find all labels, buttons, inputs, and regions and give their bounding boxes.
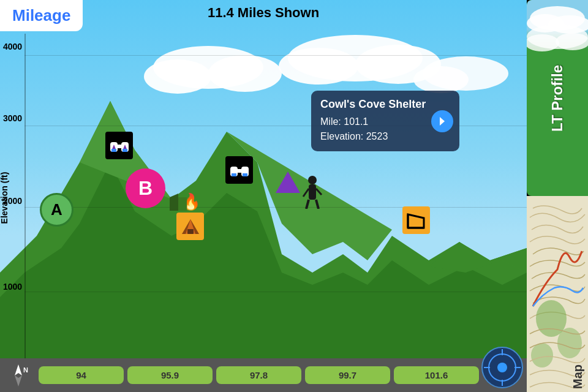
shelter-icon-small bbox=[168, 192, 188, 214]
mile-marker-3[interactable]: 99.7 bbox=[305, 366, 390, 384]
svg-marker-48 bbox=[15, 375, 22, 386]
svg-rect-27 bbox=[187, 229, 194, 234]
topo-map-svg bbox=[527, 196, 588, 392]
grid-line-2000 bbox=[24, 207, 527, 208]
mile-marker-0[interactable]: 94 bbox=[39, 366, 124, 384]
mile-marker-1[interactable]: 95.9 bbox=[127, 366, 213, 384]
shelter-tooltip: Cowl's Cove Shelter Mile: 101.1 Elevatio… bbox=[311, 91, 459, 151]
tooltip-title: Cowl's Cove Shelter bbox=[320, 98, 426, 111]
marker-b[interactable]: B bbox=[126, 168, 165, 208]
svg-rect-34 bbox=[309, 184, 316, 200]
map-label: Map bbox=[571, 364, 585, 389]
svg-rect-22 bbox=[237, 169, 242, 173]
chevron-right-icon bbox=[437, 116, 448, 127]
binoculars-svg bbox=[110, 137, 129, 154]
y-label-4000: 4000 bbox=[3, 42, 22, 51]
svg-rect-24 bbox=[243, 173, 247, 176]
svg-point-59 bbox=[531, 343, 553, 368]
marker-a-circle: A bbox=[40, 193, 74, 227]
elevation-chart: Mileage 11.4 Miles Shown bbox=[0, 0, 527, 392]
y-label-1000: 1000 bbox=[3, 282, 22, 292]
svg-marker-39 bbox=[440, 117, 445, 126]
y-label-2000: 2000 bbox=[3, 196, 22, 206]
svg-rect-19 bbox=[123, 149, 127, 152]
marker-b-circle: B bbox=[126, 168, 165, 208]
lt-profile-label: LT Profile bbox=[549, 65, 566, 132]
marker-a[interactable]: A bbox=[40, 193, 74, 227]
svg-rect-29 bbox=[178, 197, 187, 211]
svg-line-38 bbox=[316, 189, 322, 195]
svg-point-1 bbox=[144, 59, 211, 94]
grid-line-1000 bbox=[24, 292, 527, 292]
svg-line-36 bbox=[316, 200, 318, 209]
svg-point-42 bbox=[497, 363, 507, 372]
binoculars-svg-2 bbox=[230, 162, 249, 179]
elevation-axis bbox=[24, 34, 26, 358]
tooltip-elevation: Elevation: 2523 bbox=[320, 129, 426, 144]
svg-rect-15 bbox=[117, 145, 122, 148]
shelter-icon-right[interactable] bbox=[402, 206, 430, 234]
svg-text:N: N bbox=[23, 366, 28, 374]
svg-point-4 bbox=[279, 48, 358, 85]
tent-icon bbox=[176, 213, 204, 240]
grid-line-4000 bbox=[24, 55, 527, 56]
tooltip-mile: Mile: 101.1 bbox=[320, 115, 426, 129]
svg-point-7 bbox=[413, 66, 469, 93]
peak-triangle bbox=[276, 172, 300, 193]
binoculars-icon-2[interactable] bbox=[225, 156, 253, 184]
binoculars-icon-1[interactable] bbox=[105, 132, 133, 159]
svg-point-58 bbox=[557, 328, 582, 358]
svg-marker-47 bbox=[15, 364, 22, 375]
svg-marker-30 bbox=[408, 214, 424, 228]
svg-rect-23 bbox=[232, 173, 236, 176]
miles-shown-label: 11.4 Miles Shown bbox=[208, 0, 319, 26]
svg-marker-28 bbox=[170, 194, 178, 211]
lt-profile-cloud-svg bbox=[527, 0, 588, 74]
hiker-silhouette bbox=[300, 175, 325, 211]
right-panel: LT Profile bbox=[527, 0, 588, 392]
map-panel[interactable]: Map bbox=[527, 196, 588, 392]
svg-point-33 bbox=[308, 176, 317, 184]
gps-button[interactable] bbox=[481, 346, 524, 389]
mileage-tab[interactable]: Mileage bbox=[0, 0, 83, 31]
lt-profile-panel[interactable]: LT Profile bbox=[527, 0, 588, 196]
svg-line-37 bbox=[303, 189, 309, 197]
tooltip-detail-button[interactable] bbox=[431, 110, 453, 132]
mile-marker-2[interactable]: 97.8 bbox=[216, 366, 301, 384]
svg-point-2 bbox=[208, 55, 282, 92]
y-label-3000: 3000 bbox=[3, 113, 22, 123]
svg-rect-18 bbox=[111, 149, 116, 152]
mileage-label: Mileage bbox=[12, 6, 70, 24]
mile-marker-4[interactable]: 101.6 bbox=[394, 366, 479, 384]
compass: N bbox=[0, 358, 37, 392]
svg-line-35 bbox=[306, 200, 309, 209]
x-axis-bar: N 94 95.9 97.8 99.7 101.6 bbox=[0, 358, 527, 392]
